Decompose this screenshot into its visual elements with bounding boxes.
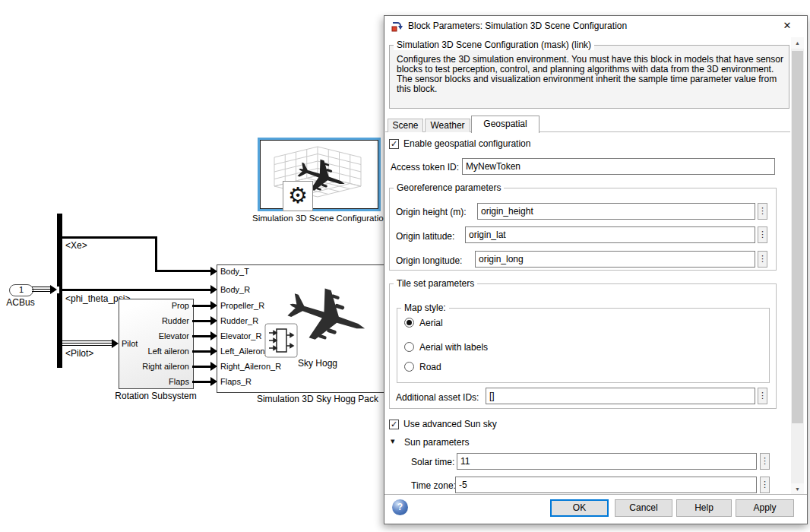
origin-longitude-label: Origin longitude: <box>396 255 462 266</box>
check-icon: ✓ <box>391 420 397 429</box>
asset-ids-input[interactable] <box>486 388 755 404</box>
scene-3d-grid <box>261 141 378 208</box>
origin-longitude-input[interactable] <box>475 251 755 268</box>
sun-parameters-title: Sun parameters <box>404 437 469 448</box>
scene-config-block[interactable]: ⚙ <box>260 140 378 209</box>
scrollbar-down-button[interactable]: ▼ <box>791 483 804 495</box>
tab-geospatial[interactable]: Geospatial <box>471 116 539 133</box>
signal-wire-xe <box>155 236 157 272</box>
origin-height-input[interactable] <box>477 203 755 220</box>
port-wire <box>192 366 210 368</box>
dialog-title: Block Parameters: Simulation 3D Scene Co… <box>408 21 627 31</box>
close-button[interactable]: ✕ <box>774 17 801 34</box>
help-button[interactable]: Help <box>676 499 732 517</box>
tab-weather[interactable]: Weather <box>425 119 470 132</box>
access-token-label: Access token ID: <box>391 162 459 173</box>
bus-bar-notch <box>57 287 59 293</box>
mask-frame-label: Simulation 3D Scene Configuration (mask)… <box>394 40 594 50</box>
block-parameters-icon <box>391 20 403 32</box>
apply-button[interactable]: Apply <box>736 499 794 517</box>
bus-wire-acbus <box>32 291 52 292</box>
origin-height-options-button[interactable]: ⋮ <box>758 203 767 220</box>
simulink-canvas: 1 ACBus <Xe> <phi_theta_psi> <Pilot> Pil… <box>0 0 810 532</box>
radio-aerial-with-labels-label: Aerial with labels <box>419 342 488 353</box>
gear-icon: ⚙ <box>288 183 308 207</box>
access-token-input[interactable] <box>462 158 775 175</box>
georeference-frame-label: Georeference parameters <box>394 182 504 193</box>
scrollbar-up-button[interactable]: ▲ <box>791 37 804 49</box>
radio-road-label: Road <box>419 362 441 372</box>
tileset-frame-label: Tile set parameters <box>394 278 477 289</box>
cancel-button[interactable]: Cancel <box>615 499 672 517</box>
bus-wire-acbus <box>32 287 52 287</box>
rotation-output-port-label: Flaps <box>113 377 189 386</box>
enable-geospatial-label: Enable geospatial configuration <box>403 138 530 149</box>
origin-latitude-options-button[interactable]: ⋮ <box>758 226 767 243</box>
variant-subsystem-icon <box>264 323 298 358</box>
bus-wire-pilot <box>62 340 112 341</box>
port-wire <box>192 335 210 337</box>
collapse-arrow-icon: ▾ <box>391 436 395 446</box>
block-parameters-dialog: Block Parameters: Simulation 3D Scene Co… <box>384 15 808 524</box>
rotation-output-port-label: Elevator <box>113 331 189 340</box>
signal-wire-xe <box>155 270 210 272</box>
dialog-footer: ? OK Cancel Help Apply <box>384 495 807 524</box>
signal-label-xe: <Xe> <box>65 240 87 251</box>
arrowhead <box>50 285 57 294</box>
solar-time-input[interactable] <box>457 453 757 470</box>
rotation-output-port-label: Left aileron <box>113 347 189 356</box>
rotation-output-port-label: Right aileron <box>113 362 189 371</box>
signal-wire-xe <box>62 236 157 239</box>
check-icon: ✓ <box>391 139 397 148</box>
asset-ids-label: Additional asset IDs: <box>396 392 479 403</box>
inport-block-acbus[interactable]: 1 <box>9 284 33 296</box>
origin-latitude-label: Origin latitude: <box>396 231 454 242</box>
scene-config-block-selection[interactable]: ⚙ <box>258 138 381 211</box>
rotation-output-port-label: Prop <box>113 301 189 310</box>
enable-geospatial-checkbox[interactable]: ✓ <box>389 139 399 149</box>
solar-time-options-button[interactable]: ⋮ <box>760 453 770 470</box>
tab-scene[interactable]: Scene <box>388 119 423 132</box>
scene-config-block-label: Simulation 3D Scene Configuration <box>252 214 386 223</box>
port-wire <box>192 381 210 383</box>
skyhogg-badge-label: Sky Hogg <box>298 358 337 369</box>
scrollbar-thumb[interactable] <box>792 51 803 423</box>
airplane-silhouette <box>217 264 384 391</box>
port-wire <box>192 305 210 307</box>
radio-road[interactable] <box>404 362 414 372</box>
asset-ids-options-button[interactable]: ⋮ <box>758 388 767 404</box>
rotation-output-port-label: Rudder <box>113 316 189 325</box>
solar-time-label: Solar time: <box>411 457 454 467</box>
radio-aerial-with-labels[interactable] <box>404 342 414 352</box>
bus-wire-acbus <box>32 289 52 290</box>
port-wire <box>192 350 210 353</box>
map-style-frame-label: Map style: <box>401 302 449 313</box>
radio-aerial[interactable] <box>404 318 414 328</box>
radio-aerial-label: Aerial <box>419 318 443 328</box>
help-icon[interactable]: ? <box>392 499 408 515</box>
sun-sky-label: Use advanced Sun sky <box>403 419 497 429</box>
inport-label: ACBus <box>3 297 38 308</box>
origin-longitude-options-button[interactable]: ⋮ <box>758 251 767 268</box>
dialog-titlebar[interactable]: Block Parameters: Simulation 3D Scene Co… <box>384 16 807 36</box>
time-zone-label: Time zone: <box>411 480 456 491</box>
bus-wire-pilot <box>62 343 112 344</box>
sun-parameters-header[interactable]: ▾ Sun parameters <box>391 437 543 449</box>
time-zone-options-button[interactable]: ⋮ <box>760 477 770 493</box>
rotation-subsystem-label: Rotation Subsystem <box>111 391 201 401</box>
ok-button[interactable]: OK <box>550 499 609 517</box>
mask-description: Configures the 3D simulation environment… <box>397 55 787 94</box>
dialog-scrollbar[interactable]: ▲ ▼ <box>791 37 804 495</box>
origin-height-label: Origin height (m): <box>396 207 467 217</box>
sun-sky-checkbox[interactable]: ✓ <box>389 420 399 429</box>
signal-wire-attitude <box>62 289 210 291</box>
gear-badge: ⚙ <box>283 181 313 211</box>
bus-wire-pilot <box>62 345 112 346</box>
signal-label-pilot: <Pilot> <box>65 348 93 359</box>
time-zone-input[interactable] <box>455 477 757 493</box>
port-wire <box>192 320 210 322</box>
origin-latitude-input[interactable] <box>465 226 755 243</box>
